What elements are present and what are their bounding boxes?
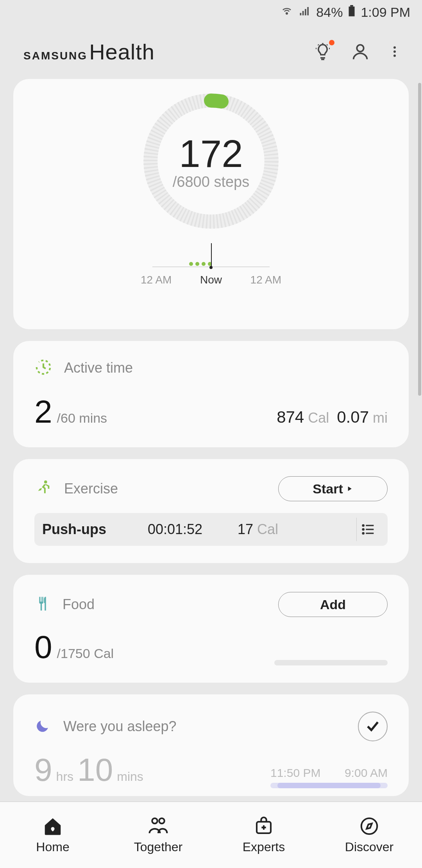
food-icon [34, 595, 51, 613]
nav-experts[interactable]: Experts [211, 802, 316, 868]
sleep-bar [270, 783, 388, 788]
svg-point-23 [361, 818, 377, 834]
timeline-left-label: 12 AM [141, 274, 172, 286]
battery-percentage: 84% [316, 5, 343, 20]
sleep-card[interactable]: Were you asleep? 9 hrs 10 mins 11:50 PM … [13, 694, 409, 796]
active-minutes-goal: /60 mins [57, 411, 107, 426]
experts-icon [253, 816, 274, 837]
svg-rect-2 [302, 11, 304, 15]
active-distance-unit: mi [373, 410, 388, 426]
svg-point-10 [393, 55, 396, 57]
brand-text: SAMSUNG [23, 50, 88, 62]
exercise-title: Exercise [64, 481, 118, 497]
food-title: Food [63, 596, 95, 613]
compass-icon [359, 816, 380, 837]
active-calories-value: 874 [277, 408, 304, 427]
timeline-center-label: Now [200, 274, 222, 286]
svg-rect-6 [349, 6, 355, 16]
svg-rect-5 [350, 5, 354, 7]
app-title: SAMSUNGHealth [23, 39, 296, 65]
active-distance-value: 0.07 [337, 408, 369, 427]
exercise-list-button[interactable] [356, 518, 380, 541]
sleep-title: Were you asleep? [63, 718, 177, 735]
nav-discover[interactable]: Discover [316, 802, 422, 868]
confirm-sleep-button[interactable] [358, 712, 388, 741]
bottom-nav: Home Together Experts Discover [0, 802, 422, 868]
svg-rect-1 [300, 13, 302, 15]
battery-icon [347, 5, 356, 20]
person-icon [350, 41, 370, 62]
food-progress-bar [274, 660, 388, 665]
play-icon [345, 485, 353, 493]
nav-discover-label: Discover [345, 840, 393, 854]
app-header: SAMSUNGHealth [0, 24, 422, 79]
exercise-card[interactable]: Exercise Start Push-ups 00:01:52 17 Cal [13, 459, 409, 563]
nav-together-label: Together [134, 840, 183, 854]
svg-point-21 [159, 818, 165, 824]
svg-point-13 [44, 481, 47, 484]
wifi-icon [280, 5, 293, 20]
food-card[interactable]: Food Add 0 /1750 Cal [13, 575, 409, 683]
steps-progress-ring: 172 /6800 steps [141, 91, 281, 231]
add-button-label: Add [320, 597, 346, 612]
sleep-duration: 9 hrs 10 mins [34, 751, 270, 788]
active-calories-unit: Cal [308, 410, 329, 426]
svg-point-8 [393, 47, 396, 49]
nav-home[interactable]: Home [0, 802, 106, 868]
food-calories-goal: /1750 Cal [57, 646, 114, 661]
svg-rect-4 [308, 7, 309, 15]
steps-count: 172 [179, 132, 243, 176]
profile-button[interactable] [349, 41, 371, 63]
start-button-label: Start [313, 481, 343, 497]
steps-goal: /6800 steps [173, 174, 249, 190]
start-exercise-button[interactable]: Start [278, 476, 388, 501]
nav-home-label: Home [36, 840, 69, 854]
exercise-duration: 00:01:52 [148, 521, 234, 538]
status-bar: 84% 1:09 PM [0, 0, 422, 24]
active-time-title: Active time [64, 360, 133, 376]
active-time-card[interactable]: Active time 2 /60 mins 874 Cal 0.07 mi [13, 341, 409, 447]
clock-time: 1:09 PM [361, 5, 410, 20]
lightbulb-icon [313, 42, 332, 61]
svg-point-18 [363, 533, 364, 534]
nav-experts-label: Experts [243, 840, 285, 854]
sleep-from: 11:50 PM [270, 766, 320, 780]
together-icon [148, 816, 169, 837]
exercise-calories: 17 Cal [238, 521, 352, 538]
tips-button[interactable] [312, 41, 334, 63]
steps-timeline: 12 AM Now 12 AM [152, 243, 270, 286]
svg-point-14 [363, 525, 364, 526]
list-icon [361, 522, 376, 537]
svg-point-20 [152, 818, 157, 824]
svg-point-0 [286, 13, 288, 14]
check-icon [364, 718, 381, 735]
svg-point-9 [393, 50, 396, 53]
exercise-last-entry[interactable]: Push-ups 00:01:52 17 Cal [34, 513, 388, 546]
home-icon [42, 816, 63, 837]
notification-dot-icon [329, 40, 334, 45]
sleep-to: 9:00 AM [345, 766, 388, 780]
running-icon [34, 479, 52, 499]
svg-rect-3 [305, 9, 306, 15]
signal-icon [298, 5, 311, 20]
add-food-button[interactable]: Add [278, 592, 388, 617]
dashboard-scroll[interactable]: 172 /6800 steps 12 AM Now 12 AM Active t… [0, 79, 422, 814]
exercise-name: Push-ups [42, 521, 144, 538]
active-minutes-value: 2 [34, 393, 52, 430]
steps-card[interactable]: 172 /6800 steps 12 AM Now 12 AM [13, 79, 409, 329]
more-vertical-icon [388, 45, 402, 59]
food-calories-value: 0 [34, 629, 52, 665]
svg-point-16 [363, 529, 364, 530]
timeline-right-label: 12 AM [250, 274, 281, 286]
moon-icon [34, 717, 52, 736]
nav-together[interactable]: Together [106, 802, 211, 868]
svg-point-7 [357, 45, 363, 52]
active-time-icon [34, 358, 52, 378]
more-options-button[interactable] [387, 41, 402, 63]
scrollbar[interactable] [418, 83, 421, 396]
app-name-text: Health [89, 39, 155, 64]
